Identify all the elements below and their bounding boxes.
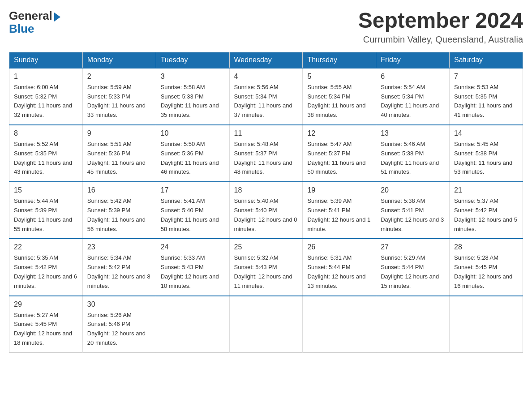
day-number: 23 (87, 242, 151, 253)
day-number: 4 (234, 71, 298, 82)
calendar-cell: 5 Sunrise: 5:55 AMSunset: 5:34 PMDayligh… (303, 68, 376, 125)
week-row-1: 1 Sunrise: 6:00 AMSunset: 5:32 PMDayligh… (9, 68, 523, 125)
day-info: Sunrise: 5:50 AMSunset: 5:36 PMDaylight:… (161, 141, 219, 175)
calendar-cell: 8 Sunrise: 5:52 AMSunset: 5:35 PMDayligh… (9, 125, 83, 182)
logo-blue-text: Blue (9, 22, 34, 36)
day-info: Sunrise: 5:45 AMSunset: 5:38 PMDaylight:… (454, 141, 512, 175)
logo: General Blue (9, 9, 60, 36)
day-info: Sunrise: 5:59 AMSunset: 5:33 PMDaylight:… (87, 84, 146, 118)
header-tuesday: Tuesday (156, 52, 229, 68)
calendar-cell: 12 Sunrise: 5:47 AMSunset: 5:37 PMDaylig… (303, 125, 376, 182)
calendar-cell: 18 Sunrise: 5:40 AMSunset: 5:40 PMDaylig… (229, 182, 303, 239)
calendar-cell: 1 Sunrise: 6:00 AMSunset: 5:32 PMDayligh… (9, 68, 83, 125)
calendar-cell: 19 Sunrise: 5:39 AMSunset: 5:41 PMDaylig… (303, 182, 376, 239)
day-number: 10 (161, 128, 225, 139)
calendar-cell: 23 Sunrise: 5:34 AMSunset: 5:42 PMDaylig… (82, 239, 156, 295)
day-info: Sunrise: 5:52 AMSunset: 5:35 PMDaylight:… (14, 141, 72, 175)
day-number: 17 (161, 185, 225, 196)
day-info: Sunrise: 5:31 AMSunset: 5:44 PMDaylight:… (307, 254, 365, 289)
day-info: Sunrise: 5:34 AMSunset: 5:42 PMDaylight:… (87, 254, 150, 289)
day-info: Sunrise: 5:26 AMSunset: 5:46 PMDaylight:… (87, 312, 146, 346)
header-thursday: Thursday (303, 52, 376, 68)
day-info: Sunrise: 5:42 AMSunset: 5:39 PMDaylight:… (87, 197, 146, 232)
calendar-cell: 9 Sunrise: 5:51 AMSunset: 5:36 PMDayligh… (82, 125, 156, 182)
logo-arrow-icon (54, 13, 60, 21)
day-info: Sunrise: 5:37 AMSunset: 5:42 PMDaylight:… (454, 197, 517, 232)
calendar-cell: 28 Sunrise: 5:28 AMSunset: 5:45 PMDaylig… (450, 239, 523, 295)
calendar-cell: 15 Sunrise: 5:44 AMSunset: 5:39 PMDaylig… (9, 182, 83, 239)
week-row-2: 8 Sunrise: 5:52 AMSunset: 5:35 PMDayligh… (9, 125, 523, 182)
calendar-cell (376, 296, 450, 353)
day-number: 3 (161, 71, 225, 82)
day-info: Sunrise: 5:39 AMSunset: 5:41 PMDaylight:… (307, 197, 370, 232)
day-number: 8 (14, 128, 78, 139)
day-info: Sunrise: 5:46 AMSunset: 5:38 PMDaylight:… (381, 141, 439, 175)
day-number: 5 (307, 71, 371, 82)
day-info: Sunrise: 5:38 AMSunset: 5:41 PMDaylight:… (381, 197, 444, 232)
week-row-3: 15 Sunrise: 5:44 AMSunset: 5:39 PMDaylig… (9, 182, 523, 239)
day-info: Sunrise: 5:27 AMSunset: 5:45 PMDaylight:… (14, 312, 72, 346)
header-saturday: Saturday (450, 52, 523, 68)
day-number: 1 (14, 71, 78, 82)
calendar-cell: 14 Sunrise: 5:45 AMSunset: 5:38 PMDaylig… (450, 125, 523, 182)
day-number: 24 (161, 242, 225, 253)
calendar-cell (229, 296, 303, 353)
day-info: Sunrise: 5:51 AMSunset: 5:36 PMDaylight:… (87, 141, 146, 175)
day-number: 13 (381, 128, 445, 139)
title-block: September 2024 Currumbin Valley, Queensl… (358, 9, 523, 45)
header-monday: Monday (82, 52, 156, 68)
calendar-cell: 25 Sunrise: 5:32 AMSunset: 5:43 PMDaylig… (229, 239, 303, 295)
calendar-cell (450, 296, 523, 353)
logo-general-text: General (9, 9, 52, 23)
day-number: 15 (14, 185, 78, 196)
calendar-cell: 13 Sunrise: 5:46 AMSunset: 5:38 PMDaylig… (376, 125, 450, 182)
calendar-cell: 30 Sunrise: 5:26 AMSunset: 5:46 PMDaylig… (82, 296, 156, 353)
calendar-cell: 24 Sunrise: 5:33 AMSunset: 5:43 PMDaylig… (156, 239, 229, 295)
day-info: Sunrise: 5:41 AMSunset: 5:40 PMDaylight:… (161, 197, 219, 232)
day-number: 25 (234, 242, 298, 253)
calendar-cell: 21 Sunrise: 5:37 AMSunset: 5:42 PMDaylig… (450, 182, 523, 239)
day-number: 18 (234, 185, 298, 196)
calendar-header-row: SundayMondayTuesdayWednesdayThursdayFrid… (9, 52, 523, 68)
calendar-cell: 16 Sunrise: 5:42 AMSunset: 5:39 PMDaylig… (82, 182, 156, 239)
day-info: Sunrise: 5:48 AMSunset: 5:37 PMDaylight:… (234, 141, 292, 175)
calendar-cell: 11 Sunrise: 5:48 AMSunset: 5:37 PMDaylig… (229, 125, 303, 182)
calendar-cell: 29 Sunrise: 5:27 AMSunset: 5:45 PMDaylig… (9, 296, 83, 353)
header-friday: Friday (376, 52, 450, 68)
calendar-cell: 26 Sunrise: 5:31 AMSunset: 5:44 PMDaylig… (303, 239, 376, 295)
calendar-cell: 4 Sunrise: 5:56 AMSunset: 5:34 PMDayligh… (229, 68, 303, 125)
calendar-cell: 17 Sunrise: 5:41 AMSunset: 5:40 PMDaylig… (156, 182, 229, 239)
calendar-cell (156, 296, 229, 353)
day-info: Sunrise: 5:54 AMSunset: 5:34 PMDaylight:… (381, 84, 439, 118)
header-sunday: Sunday (9, 52, 83, 68)
day-number: 30 (87, 299, 151, 310)
day-number: 29 (14, 299, 78, 310)
day-number: 9 (87, 128, 151, 139)
day-number: 22 (14, 242, 78, 253)
day-info: Sunrise: 6:00 AMSunset: 5:32 PMDaylight:… (14, 84, 72, 118)
calendar-cell: 20 Sunrise: 5:38 AMSunset: 5:41 PMDaylig… (376, 182, 450, 239)
calendar-table: SundayMondayTuesdayWednesdayThursdayFrid… (9, 52, 523, 353)
calendar-cell: 3 Sunrise: 5:58 AMSunset: 5:33 PMDayligh… (156, 68, 229, 125)
calendar-cell: 10 Sunrise: 5:50 AMSunset: 5:36 PMDaylig… (156, 125, 229, 182)
week-row-5: 29 Sunrise: 5:27 AMSunset: 5:45 PMDaylig… (9, 296, 523, 353)
day-number: 26 (307, 242, 371, 253)
day-number: 12 (307, 128, 371, 139)
day-info: Sunrise: 5:56 AMSunset: 5:34 PMDaylight:… (234, 84, 292, 118)
calendar-cell: 27 Sunrise: 5:29 AMSunset: 5:44 PMDaylig… (376, 239, 450, 295)
day-number: 28 (454, 242, 518, 253)
day-number: 7 (454, 71, 518, 82)
month-title: September 2024 (358, 9, 523, 33)
day-info: Sunrise: 5:44 AMSunset: 5:39 PMDaylight:… (14, 197, 72, 232)
calendar-cell: 22 Sunrise: 5:35 AMSunset: 5:42 PMDaylig… (9, 239, 83, 295)
header-wednesday: Wednesday (229, 52, 303, 68)
day-number: 14 (454, 128, 518, 139)
calendar-cell: 2 Sunrise: 5:59 AMSunset: 5:33 PMDayligh… (82, 68, 156, 125)
day-info: Sunrise: 5:28 AMSunset: 5:45 PMDaylight:… (454, 254, 512, 289)
day-info: Sunrise: 5:29 AMSunset: 5:44 PMDaylight:… (381, 254, 439, 289)
week-row-4: 22 Sunrise: 5:35 AMSunset: 5:42 PMDaylig… (9, 239, 523, 295)
page-header: General Blue September 2024 Currumbin Va… (9, 9, 523, 45)
day-number: 20 (381, 185, 445, 196)
calendar-cell: 6 Sunrise: 5:54 AMSunset: 5:34 PMDayligh… (376, 68, 450, 125)
location-title: Currumbin Valley, Queensland, Australia (358, 34, 523, 45)
